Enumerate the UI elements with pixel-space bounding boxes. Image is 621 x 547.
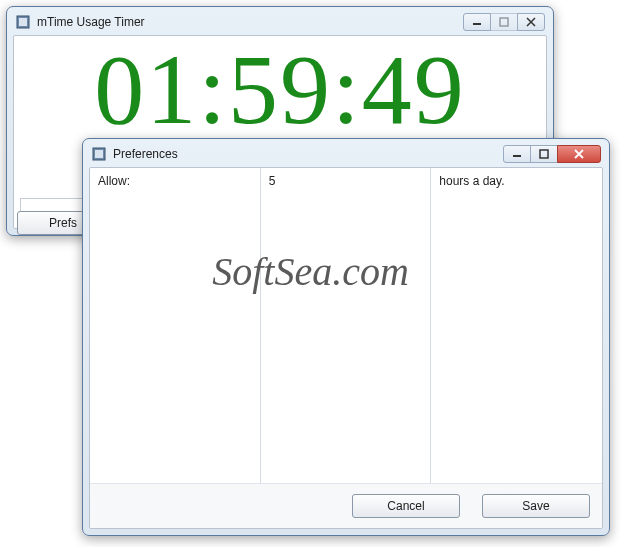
save-button[interactable]: Save (482, 494, 590, 518)
cancel-button[interactable]: Cancel (352, 494, 460, 518)
minimize-icon (512, 149, 522, 159)
window-title: mTime Usage Timer (37, 15, 464, 29)
prefs-grid: Allow: 5 hours a day. (90, 168, 602, 483)
close-icon (526, 17, 536, 27)
app-icon (15, 14, 31, 30)
svg-rect-2 (500, 18, 508, 26)
minimize-icon (472, 17, 482, 27)
window-controls-main (464, 13, 545, 31)
maximize-icon (499, 17, 509, 27)
minimize-button[interactable] (503, 145, 531, 163)
svg-rect-1 (19, 18, 27, 26)
prefs-client-area: Allow: 5 hours a day. Cancel Save (89, 167, 603, 529)
hours-suffix: hours a day. (431, 168, 602, 483)
window-title: Preferences (113, 147, 504, 161)
window-controls-prefs (504, 145, 601, 163)
minimize-button[interactable] (463, 13, 491, 31)
close-button[interactable] (557, 145, 601, 163)
allow-label: Allow: (90, 168, 261, 483)
titlebar-main[interactable]: mTime Usage Timer (13, 13, 547, 35)
svg-rect-4 (95, 150, 103, 158)
close-button[interactable] (517, 13, 545, 31)
maximize-button (490, 13, 518, 31)
hours-value: 5 (269, 174, 276, 188)
maximize-icon (539, 149, 549, 159)
prefs-button-row: Cancel Save (90, 483, 602, 528)
timer-display: 01:59:49 (20, 40, 540, 140)
app-icon (91, 146, 107, 162)
svg-rect-5 (540, 150, 548, 158)
hours-value-cell[interactable]: 5 (261, 168, 432, 483)
maximize-button[interactable] (530, 145, 558, 163)
preferences-window: Preferences Allow: 5 hours a day. Cancel… (82, 138, 610, 536)
titlebar-prefs[interactable]: Preferences (89, 145, 603, 167)
close-icon (573, 149, 585, 159)
